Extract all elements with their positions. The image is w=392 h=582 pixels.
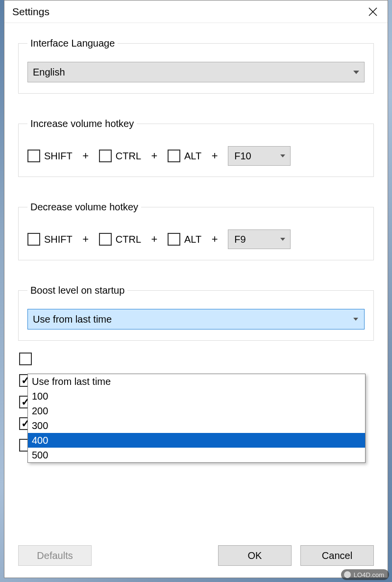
increase-hotkey-row: SHIFT + CTRL + ALT + F10 (27, 142, 365, 166)
decrease-shift-checkbox[interactable] (27, 233, 40, 246)
increase-ctrl-item: CTRL (99, 150, 141, 162)
plus-sign: + (144, 150, 165, 162)
group-interface-language: Interface Language English (18, 38, 374, 94)
watermark-text: LO4D.com (354, 571, 384, 579)
decrease-key-value: F9 (234, 234, 280, 245)
titlebar: Settings (4, 0, 388, 23)
boost-option-300[interactable]: 300 (28, 418, 365, 433)
decrease-key-select[interactable]: F9 (228, 229, 291, 249)
cancel-button[interactable]: Cancel (300, 545, 374, 566)
decrease-alt-label: ALT (184, 234, 201, 245)
increase-shift-item: SHIFT (27, 150, 73, 162)
watermark: LO4D.com (341, 569, 389, 580)
chevron-down-icon (280, 238, 285, 241)
increase-alt-label: ALT (184, 151, 201, 162)
chevron-down-icon (353, 71, 359, 74)
dialog-content: Interface Language English Increase volu… (4, 23, 388, 578)
defaults-button[interactable]: Defaults (18, 545, 92, 566)
close-button[interactable] (358, 0, 388, 23)
boost-option-200[interactable]: 200 (28, 404, 365, 418)
window-title: Settings (12, 6, 358, 18)
ok-button[interactable]: OK (218, 545, 292, 566)
language-select[interactable]: English (27, 62, 365, 82)
plus-sign: + (204, 150, 225, 162)
increase-key-value: F10 (234, 151, 280, 162)
plus-sign: + (75, 233, 96, 246)
plus-sign: + (204, 233, 225, 246)
increase-shift-label: SHIFT (44, 151, 73, 162)
boost-level-select[interactable]: Use from last time (27, 309, 365, 329)
increase-alt-checkbox[interactable] (168, 150, 180, 162)
increase-ctrl-label: CTRL (116, 151, 141, 162)
decrease-hotkey-row: SHIFT + CTRL + ALT + F9 (27, 226, 365, 249)
boost-level-dropdown[interactable]: Use from last time 100 200 300 400 500 (27, 374, 366, 463)
chevron-down-icon (353, 318, 358, 321)
legend-decrease-hotkey: Decrease volume hotkey (27, 202, 141, 213)
watermark-icon (344, 571, 351, 578)
decrease-shift-label: SHIFT (44, 234, 73, 245)
decrease-shift-item: SHIFT (27, 233, 73, 246)
close-icon (368, 7, 377, 16)
boost-option-400[interactable]: 400 (28, 433, 365, 448)
decrease-alt-checkbox[interactable] (168, 233, 180, 246)
language-select-value: English (33, 67, 353, 78)
boost-option-500[interactable]: 500 (28, 448, 365, 462)
increase-ctrl-checkbox[interactable] (99, 150, 112, 162)
decrease-ctrl-checkbox[interactable] (99, 233, 112, 246)
settings-dialog: Settings Interface Language English Incr… (4, 0, 388, 578)
group-boost-level: Boost level on startup Use from last tim… (18, 285, 374, 341)
chevron-down-icon (280, 154, 285, 157)
increase-key-select[interactable]: F10 (228, 146, 291, 166)
spacer (92, 545, 218, 566)
button-row: Defaults OK Cancel (18, 545, 374, 566)
legend-boost-level: Boost level on startup (27, 285, 127, 296)
increase-shift-checkbox[interactable] (27, 150, 40, 162)
group-increase-hotkey: Increase volume hotkey SHIFT + CTRL + AL… (18, 118, 374, 177)
group-decrease-hotkey: Decrease volume hotkey SHIFT + CTRL + AL… (18, 202, 374, 260)
decrease-ctrl-item: CTRL (99, 233, 141, 246)
decrease-ctrl-label: CTRL (116, 234, 141, 245)
boost-level-value: Use from last time (33, 314, 353, 325)
increase-alt-item: ALT (168, 150, 201, 162)
boost-option-last-time[interactable]: Use from last time (28, 374, 365, 389)
boost-option-100[interactable]: 100 (28, 389, 365, 404)
legend-interface-language: Interface Language (27, 38, 118, 49)
decrease-alt-item: ALT (168, 233, 201, 246)
checkbox-row-1 (19, 353, 374, 365)
plus-sign: + (75, 150, 96, 162)
legend-increase-hotkey: Increase volume hotkey (27, 118, 137, 129)
checkbox-option-1[interactable] (19, 353, 32, 365)
plus-sign: + (144, 233, 165, 246)
